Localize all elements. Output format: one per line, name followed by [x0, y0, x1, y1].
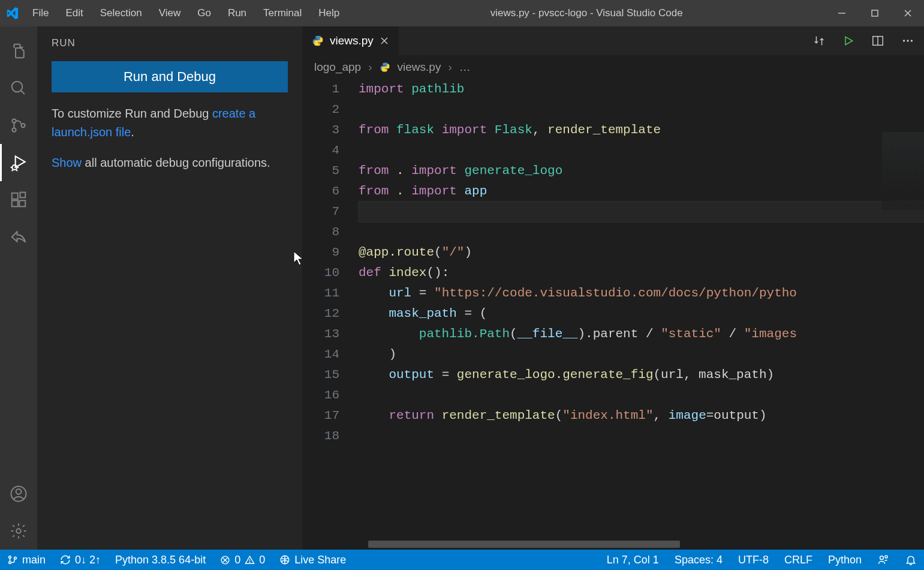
chevron-right-icon: › [368, 61, 372, 74]
svg-point-6 [12, 119, 16, 122]
svg-rect-17 [19, 200, 25, 206]
notifications-icon[interactable] [905, 554, 917, 566]
svg-line-5 [21, 91, 25, 94]
split-editor-icon[interactable] [871, 34, 884, 47]
tab-bar: views.py [302, 26, 924, 55]
svg-point-31 [9, 562, 11, 564]
svg-point-7 [12, 128, 16, 131]
run-and-debug-button[interactable]: Run and Debug [52, 61, 288, 92]
eol[interactable]: CRLF [784, 554, 812, 566]
search-icon[interactable] [0, 70, 37, 107]
svg-point-39 [880, 556, 884, 560]
show-link[interactable]: Show [52, 156, 82, 169]
explorer-icon[interactable] [0, 32, 37, 70]
chevron-right-icon: › [448, 61, 452, 74]
menu-go[interactable]: Go [189, 7, 219, 19]
code-content[interactable]: import pathlibfrom flask import Flask, r… [350, 79, 924, 539]
problems-status[interactable]: 0 0 [220, 554, 265, 566]
menu-view[interactable]: View [151, 7, 189, 19]
settings-gear-icon[interactable] [0, 512, 37, 550]
encoding[interactable]: UTF-8 [738, 554, 769, 566]
minimap[interactable] [882, 132, 924, 210]
svg-marker-24 [845, 37, 853, 44]
svg-line-13 [12, 170, 13, 171]
more-actions-icon[interactable] [901, 34, 914, 47]
show-configs-text: Show all automatic debug configurations. [52, 154, 288, 172]
menu-help[interactable]: Help [310, 7, 348, 19]
minimize-button[interactable] [825, 0, 858, 26]
svg-line-14 [16, 170, 17, 171]
python-file-icon [380, 62, 390, 73]
menu-selection[interactable]: Selection [92, 7, 151, 19]
python-file-icon [312, 35, 324, 47]
svg-point-4 [12, 82, 23, 92]
code-editor[interactable]: 123456789101112131415161718 import pathl… [302, 79, 924, 539]
feedback-icon[interactable] [877, 554, 889, 566]
source-control-icon[interactable] [0, 107, 37, 144]
breadcrumb-more[interactable]: … [459, 61, 471, 74]
extensions-icon[interactable] [0, 181, 37, 218]
accounts-icon[interactable] [0, 475, 37, 512]
close-button[interactable] [891, 0, 924, 26]
line-numbers: 123456789101112131415161718 [302, 79, 350, 539]
svg-point-30 [9, 556, 11, 559]
window-title: views.py - pvscc-logo - Visual Studio Co… [348, 7, 825, 19]
menu-terminal[interactable]: Terminal [255, 7, 310, 19]
run-panel: RUN Run and Debug To customize Run and D… [37, 26, 302, 550]
svg-point-37 [249, 562, 250, 562]
indentation[interactable]: Spaces: 4 [675, 554, 723, 566]
panel-title: RUN [37, 26, 302, 55]
svg-rect-15 [12, 193, 18, 199]
svg-point-27 [903, 40, 905, 41]
titlebar: File Edit Selection View Go Run Terminal… [0, 0, 924, 26]
liveshare-icon[interactable] [0, 218, 37, 256]
svg-point-20 [16, 489, 22, 494]
breadcrumbs[interactable]: logo_app › views.py › … [302, 55, 924, 79]
python-interpreter[interactable]: Python 3.8.5 64-bit [115, 554, 206, 566]
run-file-icon[interactable] [842, 35, 854, 47]
status-bar: main 0↓ 2↑ Python 3.8.5 64-bit 0 0 Live … [0, 550, 924, 570]
breadcrumb-folder[interactable]: logo_app [314, 61, 361, 74]
window-controls [825, 0, 924, 26]
activity-bar [0, 26, 37, 550]
horizontal-scrollbar[interactable] [302, 539, 924, 550]
svg-rect-16 [12, 200, 18, 206]
svg-point-21 [16, 529, 21, 533]
run-debug-icon[interactable] [0, 144, 37, 181]
svg-point-32 [14, 557, 17, 559]
menu-bar: File Edit Selection View Go Run Terminal… [24, 7, 348, 19]
maximize-button[interactable] [858, 0, 891, 26]
tab-views-py[interactable]: views.py [302, 26, 399, 55]
tab-label: views.py [330, 34, 374, 47]
cursor-position[interactable]: Ln 7, Col 1 [607, 554, 659, 566]
sync-status[interactable]: 0↓ 2↑ [60, 554, 101, 566]
svg-point-40 [885, 556, 887, 558]
liveshare-status[interactable]: Live Share [279, 554, 346, 566]
menu-run[interactable]: Run [219, 7, 255, 19]
svg-point-8 [21, 124, 25, 127]
svg-rect-18 [20, 193, 26, 198]
svg-rect-1 [872, 10, 878, 16]
menu-file[interactable]: File [24, 7, 57, 19]
svg-point-28 [907, 40, 908, 41]
language-mode[interactable]: Python [828, 554, 862, 566]
customize-text: To customize Run and Debug create a laun… [52, 104, 288, 142]
tab-close-icon[interactable] [380, 36, 389, 46]
svg-point-29 [911, 40, 913, 41]
editor-group: views.py logo_app [302, 26, 924, 550]
compare-changes-icon[interactable] [812, 34, 826, 47]
vscode-logo-icon [0, 7, 24, 20]
menu-edit[interactable]: Edit [57, 7, 91, 19]
git-branch[interactable]: main [7, 554, 46, 566]
scrollbar-thumb[interactable] [368, 541, 680, 548]
editor-actions [812, 26, 924, 55]
breadcrumb-file[interactable]: views.py [398, 61, 441, 74]
